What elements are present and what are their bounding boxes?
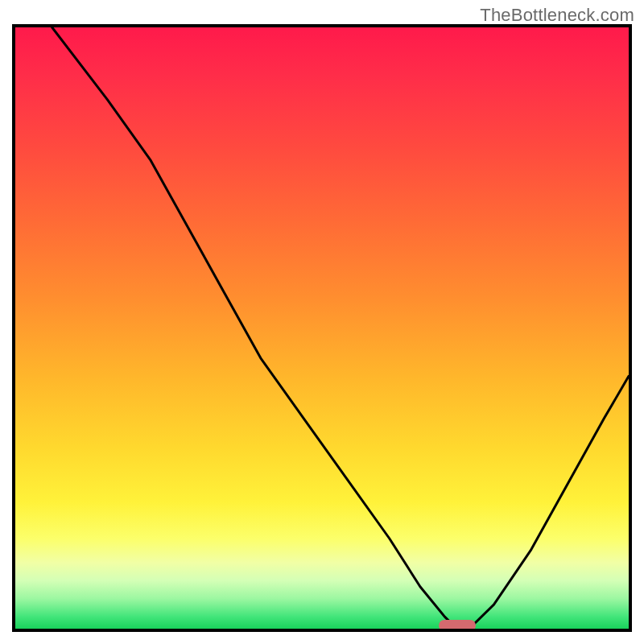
plot-frame <box>12 24 632 632</box>
chart-container: TheBottleneck.com <box>0 0 644 644</box>
plot-area <box>15 27 629 629</box>
bottleneck-curve <box>15 27 629 629</box>
target-marker-pill <box>439 620 476 629</box>
watermark-text: TheBottleneck.com <box>480 5 634 26</box>
